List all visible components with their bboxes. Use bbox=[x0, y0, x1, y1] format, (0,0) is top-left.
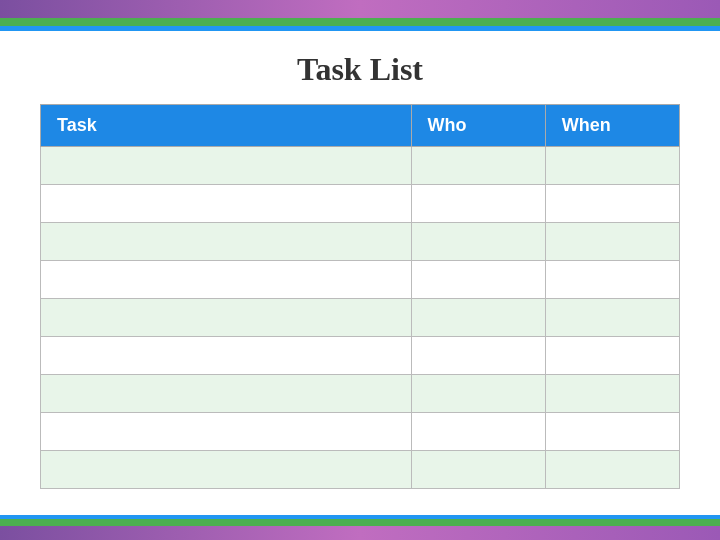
cell-who bbox=[411, 223, 545, 261]
cell-task bbox=[41, 337, 412, 375]
task-table: Task Who When bbox=[40, 104, 680, 489]
table-row bbox=[41, 413, 680, 451]
cell-task bbox=[41, 185, 412, 223]
cell-when bbox=[545, 185, 679, 223]
bottom-green-bar bbox=[0, 519, 720, 526]
cell-when bbox=[545, 261, 679, 299]
table-row bbox=[41, 375, 680, 413]
cell-who bbox=[411, 261, 545, 299]
column-header-who: Who bbox=[411, 105, 545, 147]
page-title: Task List bbox=[40, 51, 680, 88]
column-header-when: When bbox=[545, 105, 679, 147]
cell-when bbox=[545, 147, 679, 185]
table-row bbox=[41, 451, 680, 489]
cell-who bbox=[411, 451, 545, 489]
cell-task bbox=[41, 147, 412, 185]
green-decorative-bar bbox=[0, 18, 720, 26]
cell-task bbox=[41, 451, 412, 489]
cell-when bbox=[545, 413, 679, 451]
cell-who bbox=[411, 375, 545, 413]
table-row bbox=[41, 337, 680, 375]
table-row bbox=[41, 147, 680, 185]
cell-who bbox=[411, 299, 545, 337]
bottom-purple-bar bbox=[0, 526, 720, 540]
cell-task bbox=[41, 261, 412, 299]
table-row bbox=[41, 185, 680, 223]
cell-who bbox=[411, 337, 545, 375]
cell-task bbox=[41, 413, 412, 451]
column-header-task: Task bbox=[41, 105, 412, 147]
top-decorative-bar bbox=[0, 0, 720, 18]
cell-when bbox=[545, 337, 679, 375]
table-row bbox=[41, 223, 680, 261]
cell-who bbox=[411, 185, 545, 223]
table-row bbox=[41, 261, 680, 299]
cell-when bbox=[545, 451, 679, 489]
cell-who bbox=[411, 147, 545, 185]
cell-task bbox=[41, 375, 412, 413]
cell-when bbox=[545, 375, 679, 413]
cell-task bbox=[41, 299, 412, 337]
cell-task bbox=[41, 223, 412, 261]
cell-when bbox=[545, 223, 679, 261]
table-row bbox=[41, 299, 680, 337]
cell-when bbox=[545, 299, 679, 337]
page-content: Task List Task Who When bbox=[0, 31, 720, 489]
cell-who bbox=[411, 413, 545, 451]
table-header-row: Task Who When bbox=[41, 105, 680, 147]
